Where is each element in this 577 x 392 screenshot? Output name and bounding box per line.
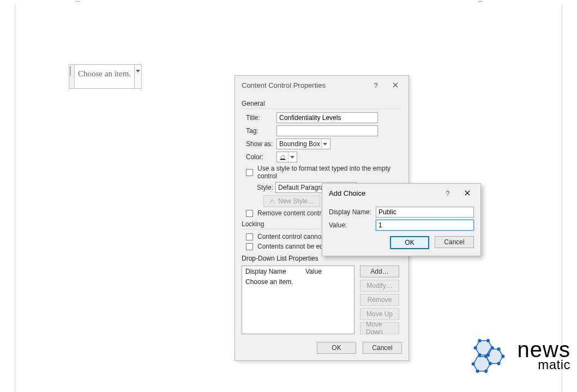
new-style-label: New Style… xyxy=(278,197,314,205)
list-item[interactable]: Choose an item. xyxy=(242,277,354,287)
svg-point-4 xyxy=(478,339,481,342)
svg-point-10 xyxy=(497,347,500,351)
showas-dropdown[interactable]: Bounding Box xyxy=(277,138,330,149)
color-picker[interactable] xyxy=(277,152,297,162)
remove-control-checkbox[interactable] xyxy=(246,210,253,217)
display-name-label: Display Name: xyxy=(329,208,376,216)
chevron-down-icon xyxy=(321,139,329,149)
move-up-button[interactable]: Move Up xyxy=(360,308,399,320)
ok-button[interactable]: OK xyxy=(317,342,356,354)
close-button[interactable] xyxy=(458,187,477,199)
svg-point-6 xyxy=(490,346,494,349)
move-down-button[interactable]: Move Down xyxy=(360,322,399,334)
styles-icon xyxy=(269,198,276,204)
ok-button[interactable]: OK xyxy=(390,236,429,249)
showas-label: Show as: xyxy=(246,140,277,148)
list-col-displayname: Display Name xyxy=(245,268,305,275)
svg-point-12 xyxy=(497,362,500,365)
logo-line1: news xyxy=(518,340,570,359)
tag-input[interactable] xyxy=(277,125,378,136)
dropdown-list[interactable]: Display Name Value Choose an item. xyxy=(242,266,354,334)
list-header: Display Name Value xyxy=(242,266,354,277)
cancel-button[interactable]: Cancel xyxy=(363,342,402,354)
hexagon-icon xyxy=(465,336,511,375)
dialog-titlebar: Content Control Properties ? xyxy=(235,76,408,94)
remove-button[interactable]: Remove xyxy=(360,294,399,306)
list-item-name: Choose an item. xyxy=(245,278,293,286)
lock-delete-checkbox[interactable] xyxy=(246,233,253,240)
modify-button[interactable]: Modify… xyxy=(360,280,399,292)
close-icon xyxy=(465,190,470,196)
close-icon xyxy=(393,82,398,88)
add-choice-dialog: Add Choice ? Display Name: Value: OK Can… xyxy=(322,183,481,256)
display-name-input[interactable] xyxy=(376,207,474,218)
help-button[interactable]: ? xyxy=(438,187,458,199)
value-label: Value: xyxy=(329,221,376,229)
add-button[interactable]: Add… xyxy=(360,266,399,278)
svg-point-17 xyxy=(471,362,474,365)
title-input[interactable] xyxy=(277,112,378,123)
logo-line2: matic xyxy=(538,359,570,371)
svg-point-8 xyxy=(478,353,481,357)
section-general: General xyxy=(242,100,402,109)
svg-point-16 xyxy=(476,370,479,373)
use-style-checkbox[interactable] xyxy=(246,169,253,176)
use-style-label: Use a style to format text typed into th… xyxy=(257,165,402,180)
svg-point-13 xyxy=(488,362,491,365)
tag-label: Tag: xyxy=(246,127,277,135)
color-label: Color: xyxy=(246,153,277,161)
svg-point-15 xyxy=(484,370,488,373)
lock-edit-checkbox[interactable] xyxy=(246,243,253,250)
dialog-title: Content Control Properties xyxy=(242,81,326,89)
close-button[interactable] xyxy=(386,79,405,91)
svg-point-11 xyxy=(501,354,504,358)
dropdown-placeholder: Choose an item. xyxy=(75,64,134,89)
svg-rect-0 xyxy=(280,159,286,160)
svg-point-5 xyxy=(486,339,489,342)
help-button[interactable]: ? xyxy=(366,79,386,91)
svg-point-9 xyxy=(473,346,477,349)
paint-bucket-icon xyxy=(279,153,286,161)
title-label: Title: xyxy=(246,114,277,122)
svg-point-14 xyxy=(484,354,488,358)
style-label: Style: xyxy=(257,184,275,191)
cancel-button[interactable]: Cancel xyxy=(435,236,474,248)
svg-marker-3 xyxy=(473,357,490,371)
content-control-dropdown[interactable]: Choose an item. xyxy=(69,64,142,89)
grip-handle-icon xyxy=(69,64,75,89)
dialog-titlebar: Add Choice ? xyxy=(322,184,480,202)
dialog-title: Add Choice xyxy=(329,189,365,197)
chevron-down-icon xyxy=(288,152,296,162)
new-style-button[interactable]: New Style… xyxy=(263,195,320,207)
showas-value: Bounding Box xyxy=(279,140,321,148)
list-col-value: Value xyxy=(305,268,322,275)
watermark-logo: news matic xyxy=(465,336,570,375)
chevron-down-icon[interactable] xyxy=(134,64,142,89)
value-input[interactable] xyxy=(376,220,474,231)
